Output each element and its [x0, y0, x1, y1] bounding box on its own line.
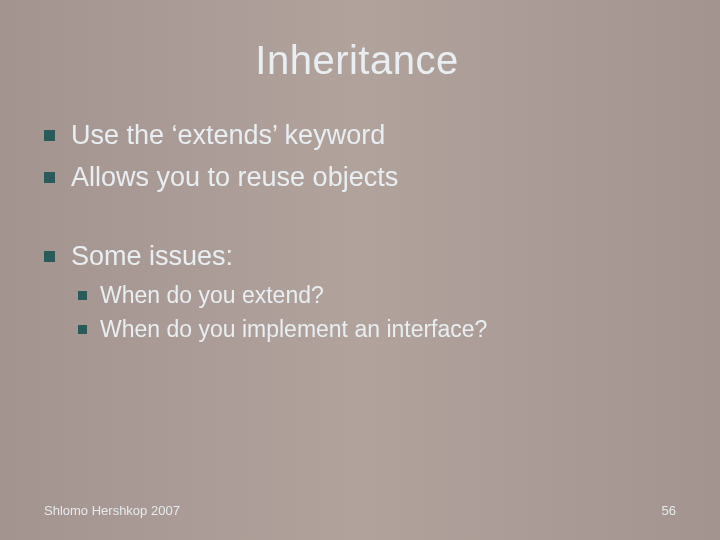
bullet-list: Use the ‘extends’ keyword Allows you to …: [44, 117, 670, 274]
list-item: Some issues:: [44, 238, 670, 274]
list-item: When do you extend?: [78, 280, 670, 311]
list-item: Use the ‘extends’ keyword: [44, 117, 670, 153]
bullet-text: Use the ‘extends’ keyword: [71, 117, 385, 153]
square-bullet-icon: [78, 291, 87, 300]
bullet-text: When do you extend?: [100, 280, 324, 311]
slide-title: Inheritance: [44, 38, 670, 83]
title-wrap: Inheritance: [44, 38, 670, 83]
bullet-text: Allows you to reuse objects: [71, 159, 398, 195]
footer-author: Shlomo Hershkop 2007: [44, 503, 180, 518]
bullet-text: When do you implement an interface?: [100, 314, 487, 345]
list-item: Allows you to reuse objects: [44, 159, 670, 195]
square-bullet-icon: [44, 130, 55, 141]
square-bullet-icon: [44, 251, 55, 262]
bullet-text: Some issues:: [71, 238, 233, 274]
sub-bullet-list: When do you extend? When do you implemen…: [44, 280, 670, 345]
slide-number: 56: [662, 503, 676, 518]
spacer: [44, 202, 670, 232]
list-item: When do you implement an interface?: [78, 314, 670, 345]
square-bullet-icon: [78, 325, 87, 334]
slide: Inheritance Use the ‘extends’ keyword Al…: [0, 0, 720, 540]
square-bullet-icon: [44, 172, 55, 183]
